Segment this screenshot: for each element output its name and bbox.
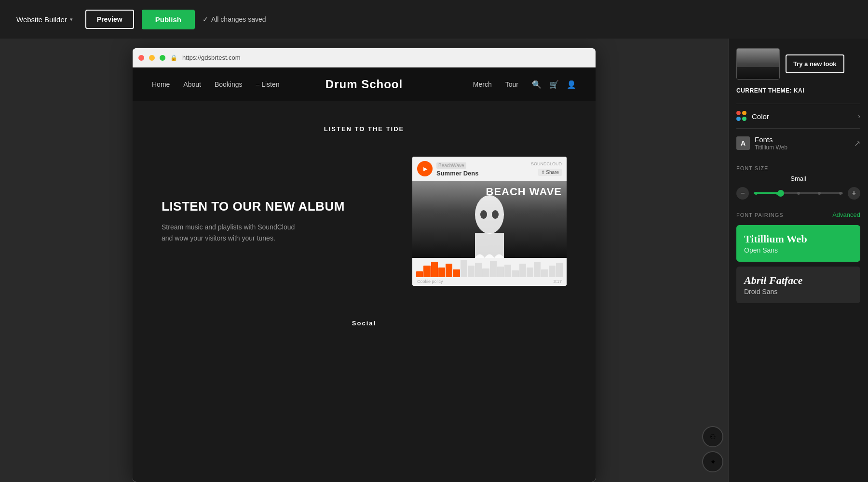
slider-dots [754,192,843,195]
wave-bar [475,263,482,277]
color-dot-blue [736,117,741,121]
wave-bar [431,262,438,277]
font-size-decrease-button[interactable]: − [736,187,749,200]
wave-bar [446,264,452,277]
slider-dot-3 [797,192,800,195]
saved-status-text: All changes saved [211,15,266,23]
sc-player-top: BeachWave Summer Dens SOUNDCLOUD ⇧ Share [412,157,567,181]
sc-play-button[interactable] [417,161,433,176]
wave-bar [453,269,460,277]
sc-track-name: Summer Dens [436,170,527,177]
color-chevron-icon: › [858,112,860,120]
sc-artwork: BEACH WAVE [412,181,567,258]
wave-bar [504,265,511,277]
main-area: 🔒 https://gdsbrtest.com Home About Booki… [0,39,728,482]
slider-dot-5 [839,192,842,195]
album-title: LISTEN TO OUR NEW ALBUM [162,199,393,214]
top-bar: Website Builder ▾ Preview Publish ✓ All … [0,0,868,39]
fonts-expand-icon[interactable]: ↗ [854,139,860,148]
browser-bar: 🔒 https://gdsbrtest.com [133,48,596,67]
section-heading: LISTEN TO THE TIDE [133,101,596,147]
url-bar[interactable]: https://gdsbrtest.com [182,54,590,61]
color-dot-orange [742,111,746,115]
nav-link-about[interactable]: About [183,80,201,88]
advanced-link[interactable]: Advanced [832,211,860,218]
chevron-down-icon: ▾ [70,16,73,23]
fonts-icon: A [736,136,750,150]
album-description: Stream music and playlists with SoundClo… [162,222,306,243]
sc-artist: BeachWave [436,162,466,169]
user-icon[interactable]: 👤 [567,80,576,89]
slider-dot-1 [755,192,758,195]
font-pairing-secondary-1: Open Sans [744,246,853,254]
soundcloud-player[interactable]: BeachWave Summer Dens SOUNDCLOUD ⇧ Share… [412,157,567,286]
slider-dot-4 [818,192,821,195]
nav-icons: 🔍 🛒 👤 [532,80,576,89]
wave-bar [549,266,556,277]
cart-icon[interactable]: 🛒 [549,80,559,89]
current-theme-label: CURRENT THEME: KAI [736,87,860,94]
font-size-slider-track[interactable] [754,192,843,194]
font-size-value: Small [736,175,860,182]
site-nav-container: Home About Bookings – Listen Drum School… [133,67,596,101]
font-size-increase-button[interactable]: + [848,187,860,200]
browser-dot-red [138,55,144,61]
chat-button-1[interactable]: ⚇ [702,426,723,447]
publish-button[interactable]: Publish [142,10,195,29]
color-grid-icon [736,111,747,121]
fonts-title: Fonts [755,135,787,144]
nav-link-tour[interactable]: Tour [505,80,518,88]
wave-bar [438,268,445,277]
chat-button-2[interactable]: ✦ [702,451,723,472]
preview-button[interactable]: Preview [85,10,134,29]
color-dot-green [742,117,746,121]
font-pairing-titillium[interactable]: Titillium Web Open Sans [736,225,860,262]
sc-time: 3:17 [553,279,562,284]
website-builder-label: Website Builder [16,15,67,24]
theme-thumbnail [736,48,780,80]
nav-link-listen[interactable]: – Listen [256,80,280,88]
color-section[interactable]: Color › [736,104,860,128]
wave-bar [534,262,541,277]
slider-dot-2 [776,192,779,195]
search-icon[interactable]: 🔍 [532,80,542,89]
browser-dot-green [160,55,165,61]
svg-point-3 [492,210,499,219]
sc-footer: Cookie policy 3:17 [412,277,567,286]
nav-left: Home About Bookings – Listen [152,80,280,88]
color-dot-red [736,111,741,115]
wave-bar [416,271,423,277]
site-body: LISTEN TO THE TIDE LISTEN TO OUR NEW ALB… [133,101,596,341]
fonts-header[interactable]: A Fonts Titillium Web ↗ [736,135,860,151]
font-pairing-primary-2: Abril Fatface [744,274,853,287]
wave-bar [482,268,489,277]
font-pairing-secondary-2: Droid Sans [744,288,853,295]
wave-bar [541,269,548,277]
sc-cookie-label[interactable]: Cookie policy [417,279,443,284]
wave-bar [468,266,475,277]
wave-bar [490,261,497,277]
nav-link-merch[interactable]: Merch [473,80,492,88]
sc-waveform [412,258,567,277]
nav-link-home[interactable]: Home [152,80,170,88]
fonts-header-left: A Fonts Titillium Web [736,135,787,151]
wave-bar [512,270,518,277]
content-section: LISTEN TO OUR NEW ALBUM Stream music and… [133,147,596,305]
website-content: Home About Bookings – Listen Drum School… [133,67,596,482]
wave-bar [527,268,533,277]
font-pairing-primary-1: Titillium Web [744,233,853,245]
fonts-subtitle: Titillium Web [755,144,787,151]
sc-share-button[interactable]: ⇧ Share [538,169,562,176]
font-pairings-label: FONT PAIRINGS [736,212,784,218]
wave-bar [519,264,526,277]
browser-frame: 🔒 https://gdsbrtest.com Home About Booki… [133,48,596,482]
nav-link-bookings[interactable]: Bookings [215,80,243,88]
right-panel: ⊞ WEBSITE ◑ THEME ⚙ SETTINGS Try a new l… [728,0,868,482]
font-pairing-abril[interactable]: Abril Fatface Droid Sans [736,267,860,303]
theme-preview-card: Try a new look [736,48,860,80]
try-new-look-button[interactable]: Try a new look [786,54,844,73]
fonts-section: A Fonts Titillium Web ↗ [736,128,860,158]
website-builder-dropdown[interactable]: Website Builder ▾ [12,13,78,27]
svg-rect-1 [475,233,504,258]
font-pairings-header: FONT PAIRINGS Advanced [736,211,860,218]
